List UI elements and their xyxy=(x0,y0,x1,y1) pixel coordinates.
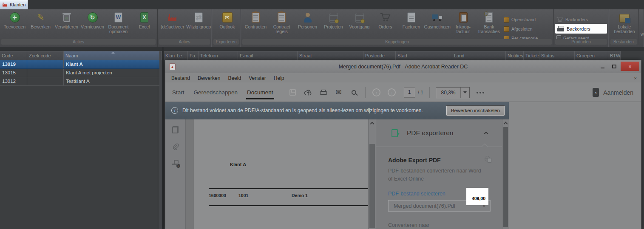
column-header-naam[interactable]: Naam xyxy=(64,51,159,60)
ribbon-item-label: Outlook xyxy=(219,25,235,29)
ribbon-item-label: Inkoop-factuur xyxy=(450,25,476,34)
ribbon-item-bank-transacties[interactable]: Bank transacties xyxy=(476,9,502,34)
document-view-area: backorderoverzicht Klant A 04-02-2016 16… xyxy=(186,119,368,229)
next-page-button[interactable]: ↓ xyxy=(384,86,400,99)
menu-venster[interactable]: Venster xyxy=(249,75,266,81)
menu-bar: Bestand Bewerken Beeld Venster Help × xyxy=(165,73,641,83)
menu-help[interactable]: Help xyxy=(274,75,284,81)
close-document-icon[interactable]: × xyxy=(634,76,637,81)
ribbon-item-wijzig-groep[interactable]: ⇄ Wijzig groep xyxy=(186,9,212,29)
column-header-groepen[interactable]: Groepen xyxy=(575,51,608,60)
sign-in-link[interactable]: Aanmelden xyxy=(603,89,633,96)
table-row[interactable]: 13012 Testklant A xyxy=(0,77,159,86)
tab-start[interactable]: Start xyxy=(172,89,184,96)
column-header-postcode[interactable]: Postcode xyxy=(363,51,396,60)
upload-button[interactable] xyxy=(301,86,316,99)
ribbon-item-excel[interactable]: X Excel xyxy=(131,9,157,34)
ribbon-item-outlook[interactable]: ✉ Outlook xyxy=(214,9,241,29)
factory-icon xyxy=(167,13,178,22)
ribbon-item-voortgang[interactable]: Voortgang xyxy=(346,9,372,34)
mobile-link-icon[interactable]: × xyxy=(593,88,599,97)
menu-bestand[interactable]: Bestand xyxy=(171,75,190,81)
tab-document[interactable]: Document xyxy=(247,89,273,96)
ribbon-item-document-opmaken[interactable]: W Document opmaken xyxy=(105,9,131,34)
column-header-land[interactable]: Land xyxy=(452,51,506,60)
menu-bewerken[interactable]: Bewerken xyxy=(198,75,220,81)
maximize-button[interactable] xyxy=(609,62,620,71)
ribbon-item-label: w xyxy=(641,32,644,37)
ribbon-item-verwijderen[interactable]: ♻ Verwijderen xyxy=(54,9,79,34)
ribbon-item-vernieuwen[interactable]: ↻ Vernieuwen xyxy=(79,9,105,34)
zoom-dropdown[interactable]: 80,3% xyxy=(436,87,470,98)
toolbar-separator xyxy=(429,87,430,98)
previous-page-button[interactable]: ↑ xyxy=(369,86,384,99)
more-tools-button[interactable] xyxy=(477,92,484,93)
minimize-button[interactable] xyxy=(597,62,608,71)
tab-gereedschappen[interactable]: Gereedschappen xyxy=(194,89,238,96)
column-header-klant[interactable]: Klant xyxy=(164,51,175,60)
print-icon xyxy=(320,89,327,96)
ribbon-item-orders[interactable]: Orders xyxy=(372,9,398,34)
page-number-input[interactable]: 1 xyxy=(404,87,415,98)
column-header-email[interactable]: E-mail xyxy=(238,51,298,60)
ribbon-item-openstaand[interactable]: Openstaand xyxy=(504,15,536,24)
column-header-telefoon[interactable]: Telefoon xyxy=(199,51,238,60)
tab-klanten[interactable]: Klanten xyxy=(0,0,28,9)
ribbon-item-deactiveer[interactable]: (de)activeer xyxy=(159,9,186,29)
ribbon-item-label: Personen xyxy=(298,25,317,29)
ribbon-item-personen[interactable]: Personen xyxy=(295,9,321,34)
column-header-fa[interactable]: Fa... xyxy=(188,51,199,60)
column-header-tickets[interactable]: Tickets xyxy=(524,51,539,60)
ribbon-item-projecten[interactable]: Projecten xyxy=(321,9,346,34)
panel-gap xyxy=(162,47,164,229)
window-titlebar[interactable]: Merged document(76).Pdf - Adobe Acrobat … xyxy=(165,60,641,73)
scroll-up-icon[interactable] xyxy=(504,122,508,126)
enable-editing-button[interactable]: Bewerken inschakelen xyxy=(446,106,505,116)
ribbon-item-label: Bewerken xyxy=(31,25,51,29)
column-header-code[interactable]: Code xyxy=(0,51,27,60)
table-row-selected[interactable]: 13019 Klant A xyxy=(0,60,159,69)
scrollbar-thumb[interactable] xyxy=(369,144,375,228)
ribbon-item-toevoegen[interactable]: + Toevoegen xyxy=(2,9,28,34)
word-doc-icon: W xyxy=(114,12,122,23)
select-pdf-link[interactable]: PDF-bestand selecteren xyxy=(388,191,445,197)
ribbon-item-backorders-print-highlighted[interactable]: Backorders xyxy=(555,24,607,34)
close-button[interactable]: × xyxy=(621,62,639,71)
ribbon-item-inkoop-factuur[interactable]: Inkoop-factuur xyxy=(450,9,476,34)
ribbon-item-label: Contract regels xyxy=(269,25,295,34)
table-row[interactable]: 13015 Klant A met projecten xyxy=(0,69,159,77)
scroll-up-icon[interactable] xyxy=(370,122,374,126)
column-header-btw[interactable]: BTW xyxy=(608,51,621,60)
email-button[interactable]: ✉ xyxy=(331,86,346,99)
ribbon-item-bewerken[interactable]: ✎ Bewerken xyxy=(28,9,54,34)
column-header-straat[interactable]: Straat xyxy=(298,51,363,60)
column-header-notities[interactable]: Notities xyxy=(506,51,524,60)
menu-beeld[interactable]: Beeld xyxy=(228,75,241,81)
ribbon-item-facturen[interactable]: Facturen xyxy=(398,9,424,34)
ribbon-item-backorders-list[interactable]: Backorders xyxy=(556,15,588,24)
search-icon xyxy=(352,90,356,95)
ribbon-item-gasmetingen[interactable]: Gasmetingen xyxy=(424,9,450,34)
column-header-stad[interactable]: Stad xyxy=(396,51,452,60)
export-pdf-panel: PDF exporteren Adobe Export PDF PDF-best… xyxy=(376,119,502,229)
ribbon-separator xyxy=(0,47,644,51)
ribbon-item-contract-regels[interactable]: Contract regels xyxy=(269,9,295,34)
trash-icon: ♻ xyxy=(63,14,70,22)
panel-scrollbar[interactable] xyxy=(502,119,509,229)
ribbon-group-label: Bestanden xyxy=(610,39,637,45)
column-header-status[interactable]: Status xyxy=(539,51,575,60)
column-header-zoek-code[interactable]: Zoek code xyxy=(27,51,64,60)
search-button[interactable] xyxy=(346,86,362,99)
standards-icon[interactable]: i xyxy=(172,160,179,167)
save-button[interactable] xyxy=(285,86,301,99)
print-button[interactable] xyxy=(316,86,331,99)
scrollbar-thumb[interactable] xyxy=(503,127,508,227)
ribbon-item-lokale-bestanden[interactable]: Lokale bestanden xyxy=(611,9,638,34)
document-scrollbar[interactable] xyxy=(368,119,376,229)
attachments-icon[interactable] xyxy=(172,143,179,150)
ribbon-item-contracten[interactable]: Contracten xyxy=(243,9,269,34)
column-header-le[interactable]: Le... xyxy=(175,51,188,60)
ribbon-item-afgesloten[interactable]: Afgesloten xyxy=(504,25,533,33)
collapse-panel-button[interactable] xyxy=(485,132,488,135)
page-thumbnails-icon[interactable] xyxy=(172,126,179,133)
